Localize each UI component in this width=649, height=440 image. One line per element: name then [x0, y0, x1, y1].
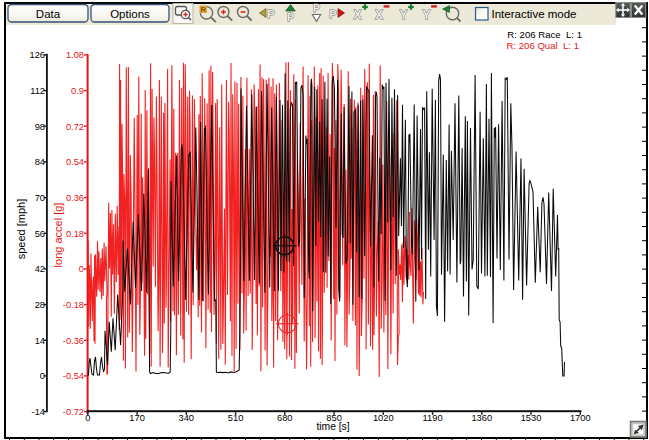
- svg-text:510: 510: [228, 413, 244, 423]
- svg-text:-0.54: -0.54: [63, 371, 84, 381]
- svg-text:112: 112: [30, 86, 45, 96]
- svg-text:Y: Y: [399, 8, 407, 22]
- svg-text:28: 28: [35, 300, 45, 310]
- svg-text:-14: -14: [32, 407, 45, 417]
- svg-text:42: 42: [35, 264, 45, 274]
- svg-text:R: R: [200, 5, 206, 14]
- svg-text:126: 126: [29, 50, 45, 60]
- svg-text:0.9: 0.9: [71, 86, 84, 96]
- svg-text:Options: Options: [110, 8, 150, 20]
- svg-text:1360: 1360: [471, 413, 492, 423]
- svg-text:-0.18: -0.18: [63, 300, 84, 310]
- svg-text:P: P: [267, 8, 274, 20]
- svg-text:1530: 1530: [521, 413, 542, 423]
- svg-text:170: 170: [129, 413, 145, 423]
- svg-text:56: 56: [35, 229, 45, 239]
- svg-text:98: 98: [35, 122, 45, 132]
- svg-text:0: 0: [85, 413, 90, 423]
- svg-text:340: 340: [179, 413, 195, 423]
- svg-text:X: X: [375, 8, 383, 22]
- svg-text:speed [mph]: speed [mph]: [15, 199, 27, 260]
- svg-text:P: P: [329, 8, 336, 20]
- svg-text:0.72: 0.72: [66, 122, 84, 132]
- svg-text:0: 0: [79, 264, 84, 274]
- svg-text:0.54: 0.54: [66, 157, 84, 167]
- svg-text:1.08: 1.08: [66, 50, 84, 60]
- svg-text:long accel [g]: long accel [g]: [52, 203, 64, 268]
- svg-text:-0.36: -0.36: [63, 336, 84, 346]
- svg-text:70: 70: [35, 193, 45, 203]
- svg-text:X: X: [353, 8, 361, 22]
- svg-text:Interactive mode: Interactive mode: [492, 8, 577, 20]
- svg-text:P: P: [313, 2, 320, 14]
- svg-text:0.18: 0.18: [66, 229, 84, 239]
- svg-text:R: 206 Race L: 1: R: 206 Race L: 1: [507, 29, 582, 40]
- svg-text:R: 206 Qual L: 1: R: 206 Qual L: 1: [506, 40, 579, 51]
- svg-text:0: 0: [40, 371, 45, 381]
- svg-text:Data: Data: [36, 8, 61, 20]
- svg-text:P: P: [287, 11, 294, 23]
- svg-text:1190: 1190: [423, 413, 443, 423]
- svg-text:84: 84: [35, 157, 45, 167]
- svg-text:time [s]: time [s]: [316, 421, 349, 432]
- svg-text:14: 14: [35, 336, 45, 346]
- svg-text:Y: Y: [422, 8, 430, 22]
- svg-text:680: 680: [277, 413, 293, 423]
- svg-text:1020: 1020: [373, 413, 394, 423]
- svg-text:-0.72: -0.72: [63, 407, 84, 417]
- svg-text:0.36: 0.36: [66, 193, 84, 203]
- svg-text:1700: 1700: [570, 413, 591, 423]
